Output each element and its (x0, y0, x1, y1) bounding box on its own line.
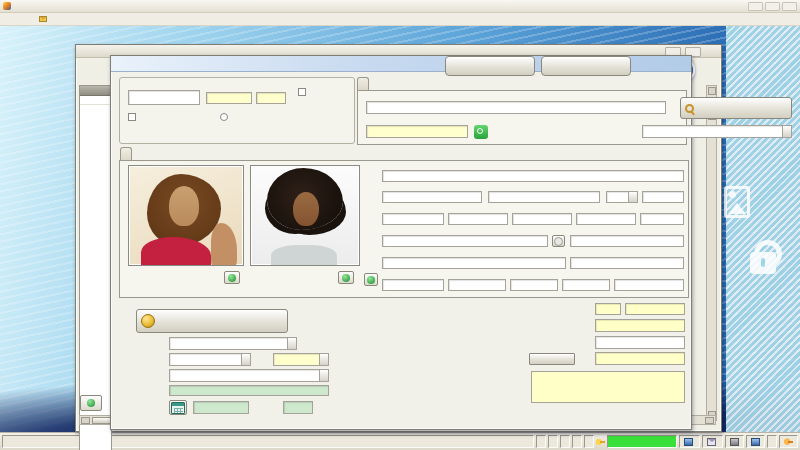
contato-field[interactable] (570, 235, 684, 247)
pedido-venda-dialog (110, 55, 692, 430)
chevron-down-icon[interactable] (628, 192, 637, 202)
main-tab[interactable] (120, 147, 132, 160)
minimize-button[interactable] (748, 2, 763, 11)
photo2-action-button[interactable] (338, 271, 354, 284)
total-field (531, 371, 685, 403)
bairro-field[interactable] (382, 191, 482, 203)
emitir-via-radio[interactable] (220, 113, 231, 121)
scroll-left-icon[interactable] (81, 417, 90, 424)
scroll-up-icon[interactable] (708, 87, 716, 95)
valor-itens-field (595, 319, 685, 332)
refresh-button[interactable] (80, 395, 102, 411)
desconto-field[interactable] (595, 336, 685, 349)
calendar-button[interactable] (169, 400, 187, 415)
data-entrega-field[interactable] (193, 401, 249, 414)
whatsapp-icon[interactable] (474, 125, 488, 139)
grid-row[interactable] (80, 96, 111, 105)
chevron-down-icon[interactable] (241, 354, 250, 365)
chevron-down-icon[interactable] (319, 370, 328, 381)
tel2-field[interactable] (448, 213, 508, 225)
cnpj-field[interactable] (382, 279, 444, 291)
menu-item-email[interactable] (39, 16, 49, 22)
tel1-field[interactable] (382, 213, 444, 225)
skype-field[interactable] (382, 257, 566, 269)
rg-field[interactable] (562, 279, 610, 291)
contato-info-field[interactable] (366, 125, 468, 138)
scroll-right-icon[interactable] (705, 417, 714, 424)
status-date (572, 435, 582, 448)
forma-entrega-select[interactable] (169, 353, 251, 366)
quantidade-field (625, 303, 685, 315)
calendar-icon (171, 402, 185, 414)
orgao-emissor-field[interactable] (614, 279, 684, 291)
cpf-field[interactable] (510, 279, 558, 291)
status-icon-cell[interactable] (746, 435, 765, 448)
status-master-badge (607, 435, 677, 448)
ie-field[interactable] (448, 279, 506, 291)
frete-button[interactable] (529, 353, 575, 365)
grid-column-header[interactable] (80, 86, 111, 96)
descricao-comprador-field[interactable] (366, 101, 666, 114)
itens-field (595, 303, 621, 315)
chevron-down-icon[interactable] (782, 126, 791, 137)
cep-field[interactable] (642, 191, 684, 203)
situacao-select[interactable] (169, 337, 297, 350)
data-pedido-field[interactable] (206, 92, 252, 104)
photo1-action-button[interactable] (224, 271, 240, 284)
toolbar (0, 26, 578, 60)
cliente-photo-2 (250, 165, 360, 266)
chevron-down-icon[interactable] (287, 338, 296, 349)
status-ins (560, 435, 570, 448)
pc-icon (684, 438, 693, 446)
rua-field[interactable] (382, 170, 684, 182)
email-button-icon (554, 237, 563, 246)
pesquisar-cliente-button[interactable] (680, 97, 792, 119)
desktop-pattern (726, 26, 800, 432)
complemento-field[interactable] (640, 213, 684, 225)
tipo-pedido-checkbox[interactable] (128, 113, 139, 121)
status-icon-cell[interactable] (779, 435, 798, 448)
disk-icon (730, 438, 739, 446)
search-icon (685, 104, 694, 113)
refresh-icon (87, 399, 95, 407)
hora-entrega-field[interactable] (283, 401, 313, 414)
cliente-photo-1 (128, 165, 244, 266)
comprador-tab[interactable] (357, 77, 369, 90)
cidade-field[interactable] (488, 191, 600, 203)
statusbar (0, 432, 800, 450)
emit-icon (546, 61, 559, 72)
placa-select[interactable] (273, 353, 329, 366)
status-email[interactable] (702, 435, 723, 448)
status-num (536, 435, 546, 448)
num-pedido-field[interactable] (128, 90, 200, 105)
close-button[interactable] (782, 2, 797, 11)
menubar (0, 13, 800, 26)
photo-add-icon (228, 274, 236, 282)
key-icon (596, 438, 605, 446)
celular-field[interactable] (512, 213, 572, 225)
monitor-icon (751, 438, 760, 446)
atendente-select[interactable] (642, 125, 792, 138)
transportador-select[interactable] (169, 369, 329, 382)
chevron-down-icon[interactable] (319, 354, 328, 365)
toolbar-button[interactable] (2, 27, 32, 45)
status-fpqsystem (767, 435, 777, 448)
dados-entrega-field[interactable] (169, 385, 329, 396)
tabela-checkbox[interactable] (298, 88, 309, 96)
fax-field[interactable] (576, 213, 636, 225)
form-action-button[interactable] (364, 273, 378, 286)
frete-field (595, 352, 685, 365)
maximize-button[interactable] (765, 2, 780, 11)
email-send-button[interactable] (552, 235, 565, 247)
status-caps (548, 435, 558, 448)
uf-select[interactable] (606, 191, 638, 203)
lock-watermark-icon (750, 252, 776, 274)
forma-pagamento-button[interactable] (136, 309, 288, 333)
status-icon-cell[interactable] (725, 435, 744, 448)
hora-pedido-field[interactable] (256, 92, 286, 104)
email-field[interactable] (382, 235, 548, 247)
status-time (584, 435, 594, 448)
orange-key-icon (784, 438, 793, 446)
envelope-icon (707, 438, 716, 446)
rede-social-field[interactable] (570, 257, 684, 269)
